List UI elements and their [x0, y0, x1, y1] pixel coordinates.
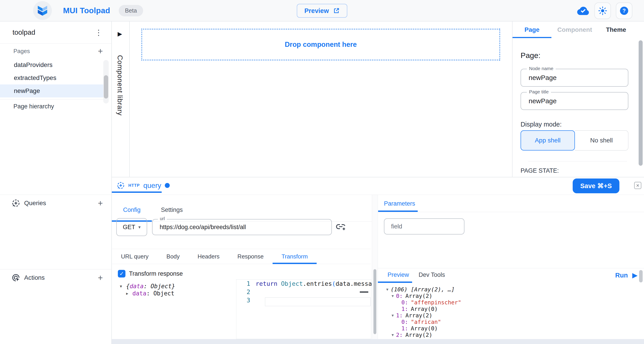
kebab-menu-icon[interactable]: ⋮ [95, 29, 102, 36]
tab-response-label: Response [238, 253, 264, 260]
code-line-2[interactable]: 2 [236, 288, 371, 296]
horizontal-scrollbar-track[interactable] [112, 339, 644, 344]
chevron-down-icon: ▾ [138, 224, 141, 230]
tree-row[interactable]: 1:Array(0) [381, 325, 461, 332]
sidebar-item-dataproviders[interactable]: dataProviders [0, 58, 107, 71]
tab-theme[interactable]: Theme [598, 22, 634, 38]
pages-scrollbar[interactable] [103, 60, 109, 103]
schema-tree-row[interactable]: ▼ {data: Object} [120, 283, 175, 290]
pages-scrollbar-thumb[interactable] [104, 75, 108, 99]
node-name-field[interactable]: Node name newPage [520, 69, 628, 87]
tab-response[interactable]: Response [228, 249, 272, 264]
add-action-button[interactable]: + [98, 273, 103, 282]
tree-key: 2: [396, 332, 406, 338]
tree-expand-icon[interactable]: ▼ [120, 284, 126, 288]
tree-value: Array(0) [411, 306, 438, 312]
tree-expand-icon[interactable]: ▼ [389, 313, 396, 317]
code-line-1[interactable]: 1 return Object.entries(data.messag [236, 279, 371, 288]
save-button[interactable]: Save ⌘+S [573, 179, 620, 193]
chevron-right-icon[interactable]: ▶ [118, 31, 122, 37]
mui-logo [33, 1, 52, 20]
panel-divider-scrollbar[interactable] [372, 195, 378, 344]
tree-row[interactable]: 0:"affenpinscher" [381, 299, 461, 306]
parameter-field-input[interactable]: field [384, 218, 464, 235]
code-object: Object [281, 280, 303, 287]
scrollbar-thumb[interactable] [374, 269, 376, 334]
transform-response-checkbox[interactable]: ✓ [118, 270, 126, 277]
open-in-new-icon [333, 8, 340, 14]
tree-collapse-icon[interactable]: ▶ [126, 291, 132, 296]
close-query-panel-button[interactable]: ✕ [634, 182, 641, 189]
inspector-scrollbar[interactable] [639, 40, 643, 166]
tab-url-query-label: URL query [121, 253, 148, 260]
add-page-button[interactable]: + [98, 47, 103, 55]
divider [378, 212, 644, 212]
schema-value: : Object [146, 290, 174, 297]
tab-transform[interactable]: Transform [272, 249, 317, 264]
current-line-highlight [265, 297, 370, 306]
request-sub-tabs: URL query Body Headers Response Transfor… [112, 249, 371, 264]
sidebar-item-extractedtypes[interactable]: extractedTypes [0, 71, 107, 84]
tab-headers[interactable]: Headers [189, 249, 228, 264]
http-method-select[interactable]: GET ▾ [116, 218, 147, 236]
tab-config[interactable]: Config [112, 195, 152, 222]
tree-expand-icon[interactable]: ▼ [389, 294, 396, 298]
url-value[interactable]: https://dog.ceo/api/breeds/list/all [152, 220, 332, 235]
tree-row[interactable]: ▼0:Array(2) [381, 293, 461, 299]
query-tab-label: query [143, 182, 161, 190]
drop-zone[interactable]: Drop component here [141, 29, 500, 61]
tab-url-query[interactable]: URL query [112, 249, 158, 264]
transform-code-editor[interactable]: 1 return Object.entries(data.messag 2 3 [236, 279, 371, 339]
tab-preview[interactable]: Preview [388, 271, 409, 278]
page-hierarchy-item[interactable]: Page hierarchy [0, 99, 111, 113]
tab-parameters[interactable]: Parameters [384, 200, 415, 207]
response-schema-tree: ▼ {data: Object} ▶ data: Object [120, 283, 175, 297]
component-library-panel[interactable]: ▶ Component library [112, 22, 130, 177]
active-tab-underline [378, 281, 412, 283]
result-scrollbar-thumb[interactable] [639, 270, 643, 282]
help-button[interactable]: ? [616, 3, 632, 19]
page-title-value[interactable]: newPage [521, 92, 628, 109]
sidebar-item-newpage[interactable]: newPage [0, 84, 107, 97]
query-tab[interactable]: HTTP query [112, 177, 175, 194]
tab-component-label: Component [557, 26, 592, 33]
actions-section-header: Actions + [0, 269, 111, 286]
tree-row[interactable]: 1:Array(0) [381, 306, 461, 312]
tree-expand-icon[interactable]: ▼ [384, 287, 391, 292]
tree-expand-icon[interactable]: ▼ [389, 333, 396, 337]
url-label: url [158, 216, 167, 221]
schema-tree-row[interactable]: ▶ data: Object [126, 290, 175, 297]
tree-key: 1: [396, 312, 406, 319]
tab-body[interactable]: Body [158, 249, 188, 264]
divider [528, 161, 627, 161]
tree-value: Array(0) [411, 325, 438, 332]
app-shell-option[interactable]: App shell [520, 130, 575, 150]
run-button[interactable]: Run ▶ [615, 271, 637, 279]
tree-row[interactable]: 0:"african" [381, 319, 461, 325]
tab-page[interactable]: Page [512, 22, 552, 38]
tree-value: "affenpinscher" [411, 299, 461, 306]
tree-value: Array(2) [406, 332, 432, 338]
node-name-value[interactable]: newPage [521, 69, 628, 86]
tree-row[interactable]: ▼2:Array(2) [381, 332, 461, 338]
tab-dev-tools[interactable]: Dev Tools [418, 271, 445, 278]
preview-button[interactable]: Preview [297, 4, 347, 18]
tab-settings-label: Settings [161, 207, 183, 213]
no-shell-option[interactable]: No shell [575, 130, 628, 150]
theme-toggle-button[interactable] [594, 3, 611, 19]
sidebar: toolpad ⋮ Pages + dataProviders extracte… [0, 22, 112, 344]
header-actions: ? [577, 0, 632, 22]
add-query-button[interactable]: + [98, 199, 103, 207]
query-editor-panel: HTTP query Save ⌘+S ✕ Config [112, 177, 644, 344]
tree-row[interactable]: ▼(106) [Array(2), …] [381, 286, 461, 293]
tab-component[interactable]: Component [552, 22, 598, 38]
bind-url-button[interactable] [336, 222, 346, 233]
actions-icon [12, 273, 20, 282]
queries-label: Queries [24, 200, 46, 207]
tree-row[interactable]: ▼1:Array(2) [381, 312, 461, 319]
page-title-field[interactable]: Page title newPage [520, 92, 628, 110]
url-field[interactable]: url https://dog.ceo/api/breeds/list/all [152, 219, 332, 235]
transform-response-row: ✓ Transform response [118, 270, 183, 277]
page-state-heading: PAGE STATE: [520, 167, 628, 174]
page-item-label: dataProviders [14, 61, 52, 69]
